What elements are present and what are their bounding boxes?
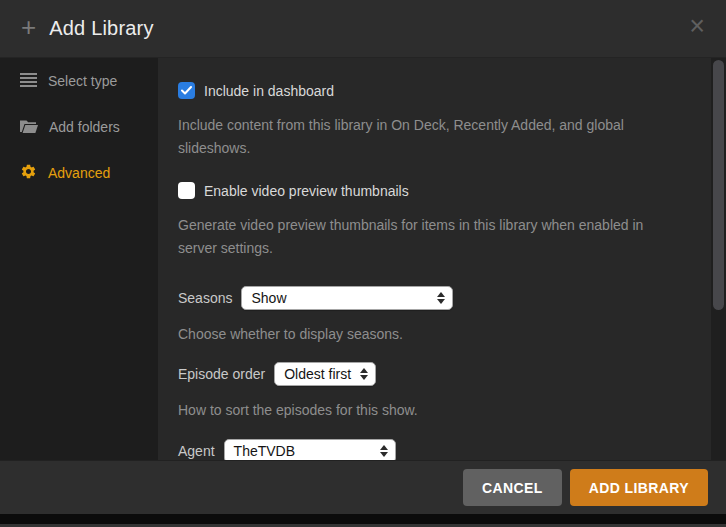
episode-order-label: Episode order [178,366,265,382]
seasons-description: Choose whether to display seasons. [178,323,706,346]
agent-select-value: TheTVDB [234,443,295,459]
episode-order-select[interactable]: Oldest first [274,362,376,386]
agent-select[interactable]: TheTVDB [224,439,396,462]
dialog-title: Add Library [49,17,153,40]
include-dashboard-label[interactable]: Include in dashboard [204,83,334,99]
add-library-dialog: + Add Library × Select type [0,0,726,514]
select-arrows-icon [437,292,445,304]
gear-icon [20,163,37,183]
dialog-header: + Add Library × [0,0,726,58]
add-library-button[interactable]: ADD LIBRARY [570,469,708,506]
folder-icon [20,119,38,136]
add-library-dialog-screen: + Add Library × Select type [0,0,726,527]
include-dashboard-checkbox[interactable] [178,82,195,99]
include-dashboard-row: Include in dashboard [178,82,706,99]
seasons-label: Seasons [178,290,232,306]
episode-order-row: Episode order Oldest first [178,362,706,386]
episode-order-select-value: Oldest first [284,366,351,382]
seasons-row: Seasons Show [178,286,706,310]
select-arrows-icon [380,445,388,457]
sidebar-item-add-folders[interactable]: Add folders [0,104,158,150]
cancel-button[interactable]: CANCEL [463,469,562,506]
video-preview-description: Generate video preview thumbnails for it… [178,214,706,260]
checkmark-icon [181,86,192,95]
sidebar-item-label: Advanced [48,165,110,181]
sidebar-item-label: Select type [48,73,117,89]
video-preview-checkbox[interactable] [178,182,195,199]
advanced-settings-panel: Include in dashboard Include content fro… [158,58,726,462]
page-background-strip [0,514,726,527]
video-preview-row: Enable video preview thumbnails [178,182,706,199]
seasons-select[interactable]: Show [241,286,453,310]
close-icon[interactable]: × [689,13,705,40]
list-lines-icon [20,73,37,90]
select-arrows-icon [360,368,368,380]
plus-icon: + [21,14,36,40]
content-scrollbar[interactable] [711,58,726,462]
seasons-select-value: Show [251,290,286,306]
dialog-body: Select type Add folders [0,58,726,462]
episode-order-description: How to sort the episodes for this show. [178,399,706,422]
sidebar-item-label: Add folders [49,119,120,135]
sidebar-item-select-type[interactable]: Select type [0,58,158,104]
dialog-footer: CANCEL ADD LIBRARY [0,460,726,514]
video-preview-label[interactable]: Enable video preview thumbnails [204,183,409,199]
agent-row: Agent TheTVDB [178,439,706,462]
sidebar: Select type Add folders [0,58,158,462]
scrollbar-thumb[interactable] [713,60,724,310]
agent-label: Agent [178,443,215,459]
sidebar-item-advanced[interactable]: Advanced [0,150,158,196]
include-dashboard-description: Include content from this library in On … [178,114,706,160]
